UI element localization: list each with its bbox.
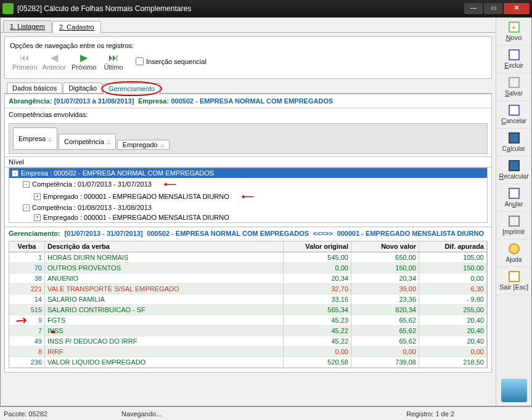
group-empregado[interactable]: Empregado△ — [117, 140, 170, 150]
tree-comp2[interactable]: -Competência : 01/08/2013 - 31/08/2013 — [9, 203, 487, 212]
btn-recalcular[interactable]: Recalcular — [496, 156, 531, 184]
minimize-button[interactable]: — — [464, 3, 483, 14]
cell-v2: 650,00 — [351, 252, 419, 263]
group-empresa[interactable]: Empresa△ — [13, 127, 57, 150]
tree-emp1[interactable]: +Empregado : 000001 - EMPREGADO MENSALIS… — [9, 190, 487, 203]
cell-verba: 221 — [9, 284, 45, 294]
table-row[interactable]: 1HORAS DIURN NORMAIS545,00650,00105,00 — [9, 252, 487, 263]
col-valor-original[interactable]: Valor original — [284, 241, 351, 252]
col-descricao[interactable]: Descrição da verba — [45, 241, 284, 252]
abrangencia-header: Abrangência: [01/07/2013 à 31/08/2013] E… — [5, 94, 491, 108]
col-novo-valor[interactable]: Novo valor — [351, 241, 419, 252]
btn-ajuda[interactable]: Ajuda — [496, 240, 531, 267]
title-bar: [05282] Cálculo de Folhas Normais Comple… — [0, 0, 532, 17]
col-dif-apurada[interactable]: Dif. apurada — [419, 241, 487, 252]
subtab-digitacao[interactable]: Digitação — [63, 83, 102, 93]
window-title: [05282] Cálculo de Folhas Normais Comple… — [17, 4, 463, 13]
table-row[interactable]: 9FGTS45,2365,6220,40 — [9, 315, 487, 326]
table-row[interactable]: 515SALARIO CONTRIBUICAO - SF565,34820,34… — [9, 305, 487, 315]
folder-icon — [501, 379, 527, 402]
status-pacote: Pacote: 05282 — [4, 410, 47, 418]
cell-v1: 45,22 — [284, 336, 351, 347]
cell-v1: 45,23 — [284, 315, 351, 326]
cell-v3: 20,40 — [419, 336, 487, 347]
nav-label: Opções de navegação entre os registros: — [10, 42, 486, 49]
btn-novo[interactable]: +Novo — [496, 18, 531, 46]
annotation-arrow-icon: ⟵ — [242, 192, 254, 201]
nav-anterior[interactable]: ◀Anterior — [39, 49, 69, 73]
cell-v1: 33,16 — [284, 294, 351, 305]
group-competencia[interactable]: Competência△ — [59, 134, 116, 150]
btn-imprimir[interactable]: Imprimir — [496, 212, 531, 240]
cell-desc: ANUENIO — [45, 273, 284, 284]
nav-proximo[interactable]: ▶Próximo — [69, 49, 99, 73]
nivel-header: Nível — [5, 156, 491, 168]
cell-v1: 45,22 — [284, 326, 351, 336]
tree-empresa[interactable]: -Empresa : 000502 - EMPRESA NORMAL COM E… — [9, 168, 487, 178]
status-navegando: Navegando... — [121, 410, 332, 418]
cell-v2: 739,08 — [351, 357, 419, 368]
cell-verba: 7 — [9, 326, 45, 336]
btn-calcular[interactable]: Calcular — [496, 129, 531, 156]
cell-v1: 565,34 — [284, 305, 351, 315]
app-icon — [2, 3, 14, 14]
table-row[interactable]: 70OUTROS PROVENTOS0,00150,00150,00 — [9, 263, 487, 273]
cell-verba: 1 — [9, 252, 45, 263]
cell-desc: INSS — [45, 326, 284, 336]
cell-verba: 38 — [9, 273, 45, 284]
col-verba[interactable]: Verba — [9, 241, 45, 252]
btn-excluir[interactable]: Excluir — [496, 46, 531, 73]
sub-tabs: Dados básicos Digitação Gerenciamento — [4, 83, 492, 94]
btn-cancelar[interactable]: Cancelar — [496, 101, 531, 129]
table-row[interactable]: 236VALOR LIQUIDO EMPREGADO520,58739,0821… — [9, 357, 487, 368]
cell-v3: 20,40 — [419, 326, 487, 336]
cell-desc: SALARIO FAMILIA — [45, 294, 284, 305]
cell-v2: 65,62 — [351, 315, 419, 326]
btn-anular[interactable]: Anular — [496, 184, 531, 212]
subtab-dados[interactable]: Dados básicos — [7, 83, 62, 93]
cell-v1: 520,58 — [284, 357, 351, 368]
cell-verba: 14 — [9, 294, 45, 305]
cell-v2: 65,62 — [351, 326, 419, 336]
btn-sair[interactable]: Sair [Esc] — [496, 267, 531, 295]
cell-v3: 6,30 — [419, 284, 487, 294]
cell-v2: 20,34 — [351, 273, 419, 284]
cell-desc: HORAS DIURN NORMAIS — [45, 252, 284, 263]
cell-verba: 70 — [9, 263, 45, 273]
cell-v2: 820,34 — [351, 305, 419, 315]
cell-desc: VALE TRANSPORTE S/SAL EMPREGADO — [45, 284, 284, 294]
table-row[interactable]: 38ANUENIO20,3420,340,00 — [9, 273, 487, 284]
tree-emp2[interactable]: +Empregado : 000001 - EMPREGADO MENSALIS… — [9, 212, 487, 222]
cell-desc: FGTS — [45, 315, 284, 326]
table-row[interactable]: 221VALE TRANSPORTE S/SAL EMPREGADO32,703… — [9, 284, 487, 294]
tree-comp1[interactable]: -Competência : 01/07/2013 - 31/07/2013⟵ — [9, 178, 487, 190]
cell-desc: VALOR LIQUIDO EMPREGADO — [45, 357, 284, 368]
nav-ultimo[interactable]: ⏭Último — [99, 50, 128, 73]
tab-listagem[interactable]: 1. Listagem — [3, 20, 52, 32]
table-row[interactable]: 14SALARIO FAMILIA33,1623,36- 9,80 — [9, 294, 487, 305]
cell-v1: 20,34 — [284, 273, 351, 284]
tab-cadastro[interactable]: 2. Cadastro — [52, 21, 101, 33]
annotation-arrow-icon: ⟵ — [164, 179, 176, 189]
cell-verba: 236 — [9, 357, 45, 368]
cell-verba: 515 — [9, 305, 45, 315]
grid-header-row: Verba Descrição da verba Valor original … — [9, 241, 487, 252]
cell-v2: 0,00 — [351, 347, 419, 357]
cell-v2: 23,36 — [351, 294, 419, 305]
insercao-checkbox[interactable] — [136, 57, 144, 65]
cell-desc: IRRF — [45, 347, 284, 357]
cell-v3: - 9,80 — [419, 294, 487, 305]
cell-desc: INSS P/ DEDUCAO DO IRRF — [45, 336, 284, 347]
cell-v1: 545,00 — [284, 252, 351, 263]
subtab-gerenciamento[interactable]: Gerenciamento — [103, 83, 160, 94]
nav-primeiro[interactable]: ⏮Primeiro — [10, 50, 39, 73]
close-button[interactable]: ✕ — [504, 3, 530, 14]
gerenciamento-panel: Abrangência: [01/07/2013 à 31/08/2013] E… — [4, 94, 492, 373]
tree-view: -Empresa : 000502 - EMPRESA NORMAL COM E… — [9, 168, 488, 223]
table-row[interactable]: 49INSS P/ DEDUCAO DO IRRF45,2265,6220,40 — [9, 336, 487, 347]
maximize-button[interactable]: ▭ — [484, 3, 502, 14]
table-row[interactable]: 7INSS45,2265,6220,40 — [9, 326, 487, 336]
gerenciamento-title: Gerenciamento: [01/07/2013 - 31/07/2013]… — [5, 227, 491, 240]
btn-salvar[interactable]: Salvar — [496, 73, 531, 101]
table-row[interactable]: 8IRRF0,000,000,00 — [9, 347, 487, 357]
